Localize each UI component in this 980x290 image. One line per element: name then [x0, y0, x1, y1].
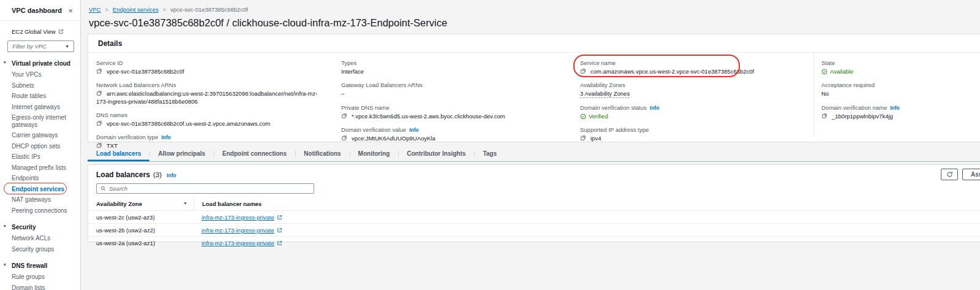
search-box[interactable] [96, 183, 314, 194]
info-link[interactable]: Info [161, 134, 171, 140]
info-link[interactable]: Info [890, 105, 900, 111]
field-availability-zones: Availability Zones 3 Availability Zones [580, 82, 801, 97]
sidebar-section-header-vpc[interactable]: ▾ Virtual private cloud [0, 60, 80, 67]
field-label: Network Load Balancers ARNs [96, 82, 328, 88]
sidebar-section-vpc: ▾ Virtual private cloud Your VPCs Subnet… [0, 60, 80, 216]
sidebar-section-dns-firewall: ▾ DNS firewall Rule groups Domain lists [0, 262, 80, 290]
search-input[interactable] [109, 185, 310, 192]
availability-zones-link[interactable]: 3 Availability Zones [580, 90, 630, 98]
load-balancer-link-text: infra-mz-173-ingress-private [202, 240, 274, 246]
load-balancer-link[interactable]: infra-mz-173-ingress-private [202, 214, 282, 221]
breadcrumb-vpc[interactable]: VPC [89, 6, 101, 13]
ec2-global-view-label: EC2 Global View [12, 28, 56, 35]
field-label: Gateway Load Balancers ARNs [341, 82, 568, 88]
load-balancer-link[interactable]: infra-mz-173-ingress-private [202, 227, 282, 234]
table-row: us-west-2c (usw2-az3) infra-mz-173-ingre… [88, 210, 980, 223]
field-domain-verification-status: Domain verification statusInfo Verified [580, 104, 801, 120]
info-link[interactable]: Info [650, 105, 660, 111]
acceptance-required-value: No [821, 90, 978, 97]
tab-contributor-insights[interactable]: Contributor Insights [398, 147, 474, 161]
verified-status-badge: Verified [580, 113, 801, 120]
sidebar-item-rule-groups[interactable]: Rule groups [0, 272, 80, 283]
sort-descending-icon[interactable]: ▼ [183, 201, 187, 205]
column-header-availability-zone[interactable]: Availability Zone ▼ [88, 199, 194, 210]
sidebar-item-elastic-ips[interactable]: Elastic IPs [0, 151, 80, 162]
details-column-2: Types Interface Gateway Load Balancers A… [341, 59, 568, 148]
field-private-dns-name: Private DNS name *.vpce.k3lc5wn6d5.us-we… [341, 104, 568, 120]
private-dns-name-value: *.vpce.k3lc5wn6d5.us-west-2.aws.byoc.cli… [352, 113, 505, 120]
column-divider [813, 53, 814, 137]
page-title: vpce-svc-01e387385c68b2c0f / clickhouse-… [89, 17, 447, 29]
ec2-global-view-link[interactable]: EC2 Global View [12, 28, 80, 35]
sidebar-item-subnets[interactable]: Subnets [0, 80, 80, 91]
sidebar-item-security-groups[interactable]: Security groups [0, 244, 80, 255]
field-value: 3 Availability Zones [580, 90, 801, 97]
copy-icon[interactable] [580, 68, 586, 74]
availability-zone-cell: us-west-2c (usw2-az3) [88, 211, 194, 223]
sidebar-item-endpoint-services[interactable]: Endpoint services [0, 184, 80, 195]
tab-monitoring[interactable]: Monitoring [350, 147, 399, 161]
field-label: Service name [580, 59, 801, 66]
load-balancer-cell: infra-mz-173-ingress-private [194, 224, 980, 236]
breadcrumb-endpoint-services[interactable]: Endpoint services [113, 6, 159, 13]
tab-endpoint-connections[interactable]: Endpoint connections [214, 147, 295, 161]
info-link[interactable]: Info [409, 127, 419, 133]
load-balancer-link[interactable]: infra-mz-173-ingress-private [202, 240, 282, 246]
sidebar-item-peering-connections[interactable]: Peering connections [0, 205, 80, 216]
availability-zone-cell: us-west-2b (usw2-az2) [88, 224, 194, 236]
sidebar-item-your-vpcs[interactable]: Your VPCs [0, 69, 80, 80]
section-caret-icon: ▾ [4, 224, 6, 229]
copy-icon[interactable] [341, 135, 347, 141]
check-circle-icon [580, 113, 586, 120]
label-text: Domain verification name [821, 104, 887, 111]
field-glb-arns: Gateway Load Balancers ARNs – [341, 82, 568, 97]
info-link[interactable]: Info [167, 172, 176, 178]
copy-icon[interactable] [580, 135, 586, 141]
sidebar-item-network-acls[interactable]: Network ACLs [0, 233, 80, 244]
tab-tags[interactable]: Tags [474, 147, 505, 161]
section-label: DNS firewall [12, 262, 47, 269]
refresh-button[interactable] [941, 169, 958, 180]
copy-icon[interactable] [341, 113, 347, 119]
breadcrumb-separator-icon: > [163, 7, 166, 13]
details-column-3: Service name com.amazonaws.vpce.us-west-… [580, 59, 801, 148]
tab-load-balancers[interactable]: Load balancers [88, 147, 149, 161]
details-column-1: Service ID vpce-svc-01e387385c68b2c0f Ne… [96, 59, 328, 156]
sidebar-item-dhcp-option-sets[interactable]: DHCP option sets [0, 141, 80, 152]
sidebar-item-carrier-gateways[interactable]: Carrier gateways [0, 130, 80, 141]
label-text: Domain verification status [580, 104, 647, 111]
label-text: Domain verification value [341, 126, 406, 133]
sidebar-item-endpoints[interactable]: Endpoints [0, 173, 80, 184]
tab-allow-principals[interactable]: Allow principals [149, 147, 214, 161]
table-header-row: Availability Zone ▼ Load balancer names [88, 199, 980, 210]
sidebar-item-route-tables[interactable]: Route tables [0, 91, 80, 102]
sidebar-item-managed-prefix-lists[interactable]: Managed prefix lists [0, 162, 80, 174]
sidebar-item-internet-gateways[interactable]: Internet gateways [0, 102, 80, 113]
sidebar-item-nat-gateways[interactable]: NAT gateways [0, 194, 80, 205]
tab-notifications[interactable]: Notifications [295, 147, 350, 161]
field-label: Domain verification valueInfo [341, 126, 568, 133]
breadcrumb-separator-icon: > [105, 7, 108, 13]
sidebar-section-security: ▾ Security Network ACLs Security groups [0, 224, 80, 254]
details-body: Service ID vpce-svc-01e387385c68b2c0f Ne… [88, 53, 980, 143]
section-label: Security [12, 224, 36, 231]
sidebar-section-header-security[interactable]: ▾ Security [0, 224, 80, 231]
domain-verification-value-value: vpce:JMtUK6AdUUOp9UAoyKla [352, 135, 435, 142]
close-icon[interactable]: × [68, 8, 73, 13]
vpc-filter-select[interactable]: Filter by VPC ▼ [7, 40, 74, 52]
sidebar-section-header-dns-firewall[interactable]: ▾ DNS firewall [0, 262, 80, 269]
copy-icon[interactable] [96, 90, 102, 96]
sidebar-item-egress-only-internet-gateways[interactable]: Egress-only internet gateways [0, 112, 80, 130]
column-header-load-balancer-names: Load balancer names [194, 199, 980, 210]
external-link-icon [277, 215, 282, 220]
associate-button[interactable]: Asso [962, 169, 980, 180]
nlb-arn-value: arn:aws:elasticloadbalancing:us-west-2:3… [96, 90, 317, 104]
sidebar-item-domain-lists[interactable]: Domain lists [0, 283, 80, 290]
copy-icon[interactable] [96, 120, 102, 126]
copy-icon[interactable] [96, 68, 102, 74]
glb-arns-value: – [341, 90, 568, 97]
copy-icon[interactable] [821, 113, 827, 119]
field-label: Domain verification nameInfo [821, 104, 978, 111]
load-balancer-link-text: infra-mz-173-ingress-private [202, 227, 274, 234]
field-acceptance-required: Acceptance required No [821, 82, 978, 97]
